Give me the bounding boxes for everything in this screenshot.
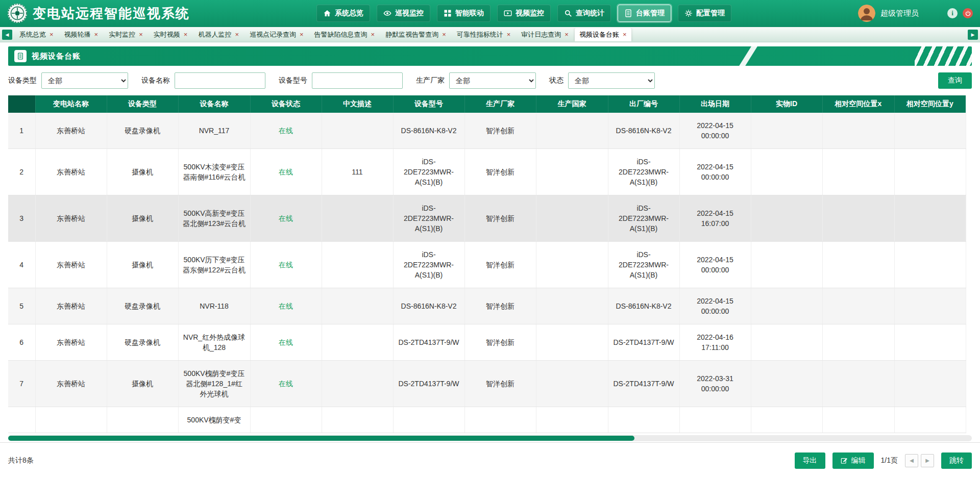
table-header-row: 变电站名称设备类型设备名称设备状态中文描述设备型号生产厂家生产国家出厂编号出场日…	[8, 95, 966, 113]
table-cell: 2022-04-15 00:00:00	[679, 242, 751, 288]
table-cell: 东善桥站	[35, 195, 107, 242]
table-cell: 智洋创新	[464, 361, 536, 407]
nav-item-6[interactable]: 配置管理	[678, 5, 731, 22]
title-slash-decoration	[738, 46, 759, 66]
info-icon[interactable]: i	[947, 8, 958, 18]
column-header-10: 出场日期	[679, 95, 751, 113]
tab-0[interactable]: 系统总览×	[15, 28, 58, 41]
table-cell	[894, 195, 966, 242]
row-index-cell	[8, 407, 35, 433]
table-cell	[894, 324, 966, 361]
export-label: 导出	[803, 456, 817, 465]
tabs-scroll-left-icon[interactable]: ◀	[2, 30, 12, 40]
status-select[interactable]: 全部	[568, 72, 655, 89]
page-content: 视频设备台账 设备类型 全部 设备名称 设备型号 生产厂家 全部 状态	[0, 42, 980, 442]
tab-2[interactable]: 实时监控×	[104, 28, 148, 41]
tab-6[interactable]: 告警缺陷信息查询×	[310, 28, 380, 41]
column-header-9: 出厂编号	[608, 95, 679, 113]
device-type-select[interactable]: 全部	[41, 72, 128, 89]
page-title-bar: 视频设备台账	[8, 46, 972, 66]
tab-4[interactable]: 机器人监控×	[193, 28, 243, 41]
close-icon[interactable]: ×	[50, 31, 54, 38]
close-icon[interactable]: ×	[235, 31, 239, 38]
edit-button[interactable]: 编辑	[832, 452, 874, 469]
tab-5[interactable]: 巡视点记录查询×	[245, 28, 308, 41]
table-row[interactable]: 500KV槐荫变#变	[8, 407, 966, 433]
table-row[interactable]: 3东善桥站摄像机500KV高新变#变压器北侧#123#云台机在线iDS-2DE7…	[8, 195, 966, 242]
nav-item-1[interactable]: 巡视监控	[377, 5, 430, 22]
table-cell: NVR_红外热成像球机_128	[178, 324, 250, 361]
table-cell: DS-8616N-K8-V2	[608, 288, 679, 324]
table-cell	[107, 407, 178, 433]
table-row[interactable]: 2东善桥站摄像机500KV木渎变#变压器南侧#116#云台机在线111iDS-2…	[8, 149, 966, 195]
table-cell: 在线	[250, 113, 322, 149]
close-icon[interactable]: ×	[623, 31, 627, 38]
close-icon[interactable]: ×	[94, 31, 99, 38]
table-cell: 2022-04-15 00:00:00	[679, 288, 751, 324]
close-icon[interactable]: ×	[565, 31, 569, 38]
nav-item-label: 巡视监控	[395, 9, 424, 18]
horizontal-scrollbar-track[interactable]	[8, 435, 972, 441]
table-cell	[536, 113, 608, 149]
device-name-input[interactable]	[175, 72, 265, 89]
jump-label: 跳转	[949, 456, 964, 465]
close-icon[interactable]: ×	[371, 31, 375, 38]
column-header-12: 相对空间位置x	[822, 95, 894, 113]
nav-item-4[interactable]: 查询统计	[557, 5, 611, 22]
edit-label: 编辑	[851, 456, 866, 465]
close-icon[interactable]: ×	[139, 31, 143, 38]
tabs-scroll-right-icon[interactable]: ▶	[968, 30, 978, 40]
close-icon[interactable]: ×	[442, 31, 446, 38]
tab-8[interactable]: 可靠性指标统计×	[452, 28, 516, 41]
table-cell: 东善桥站	[35, 324, 107, 361]
next-page-button[interactable]: ▶	[921, 454, 934, 467]
table-cell: DS-2TD4137T-9/W	[393, 361, 464, 407]
table-row[interactable]: 1东善桥站硬盘录像机NVR_117在线DS-8616N-K8-V2智洋创新DS-…	[8, 113, 966, 149]
tab-3[interactable]: 实时视频×	[149, 28, 192, 41]
close-icon[interactable]: ×	[300, 31, 304, 38]
table-cell: 2022-03-31 00:00:00	[679, 361, 751, 407]
app-header: 变电站远程智能巡视系统 系统总览巡视监控智能联动视频监控查询统计台账管理配置管理…	[0, 0, 980, 27]
tab-10[interactable]: 视频设备台账×	[575, 28, 631, 41]
row-index-cell: 4	[8, 242, 35, 288]
tab-1[interactable]: 视频轮播×	[60, 28, 103, 41]
column-header-1: 变电站名称	[35, 95, 107, 113]
table-row[interactable]: 6东善桥站硬盘录像机NVR_红外热成像球机_128在线DS-2TD4137T-9…	[8, 324, 966, 361]
search-button[interactable]: 查询	[938, 72, 972, 89]
tab-label: 系统总览	[19, 30, 46, 39]
document-icon	[14, 50, 27, 62]
nav-item-label: 配置管理	[696, 9, 725, 18]
close-icon[interactable]: ×	[507, 31, 511, 38]
manufacturer-select[interactable]: 全部	[449, 72, 536, 89]
table-cell: 2022-04-15 00:00:00	[679, 149, 751, 195]
table-cell	[894, 407, 966, 433]
table-cell	[464, 407, 536, 433]
table-row[interactable]: 7东善桥站摄像机500KV槐荫变#变压器北侧#128_1#红外光球机在线DS-2…	[8, 361, 966, 407]
tab-label: 实时视频	[154, 30, 180, 39]
filter-device-name: 设备名称	[141, 72, 265, 89]
table-row[interactable]: 4东善桥站摄像机500KV历下变#变压器东侧#122#云台机在线iDS-2DE7…	[8, 242, 966, 288]
nav-item-0[interactable]: 系统总览	[316, 5, 370, 22]
power-icon[interactable]	[963, 8, 973, 18]
table-cell	[822, 149, 894, 195]
prev-page-button[interactable]: ◀	[905, 454, 918, 467]
table-cell: 在线	[250, 324, 322, 361]
tab-9[interactable]: 审计日志查询×	[517, 28, 573, 41]
total-count: 共计8条	[8, 456, 34, 465]
brand: 变电站远程智能巡视系统	[7, 3, 190, 23]
manufacturer-label: 生产厂家	[416, 76, 445, 85]
nav-item-3[interactable]: 视频监控	[497, 5, 551, 22]
close-icon[interactable]: ×	[184, 31, 188, 38]
jump-button[interactable]: 跳转	[941, 452, 972, 469]
filter-device-model: 设备型号	[279, 72, 403, 89]
export-button[interactable]: 导出	[795, 452, 825, 469]
nav-item-5[interactable]: 台账管理	[618, 5, 671, 22]
table-cell: NVR_117	[178, 113, 250, 149]
nav-item-2[interactable]: 智能联动	[437, 5, 491, 22]
device-model-input[interactable]	[312, 72, 403, 89]
table-cell	[608, 407, 679, 433]
table-cell	[536, 195, 608, 242]
tab-7[interactable]: 静默监视告警查询×	[381, 28, 451, 41]
table-row[interactable]: 5东善桥站硬盘录像机NVR-118在线DS-8616N-K8-V2智洋创新DS-…	[8, 288, 966, 324]
horizontal-scrollbar-thumb[interactable]	[8, 436, 634, 441]
